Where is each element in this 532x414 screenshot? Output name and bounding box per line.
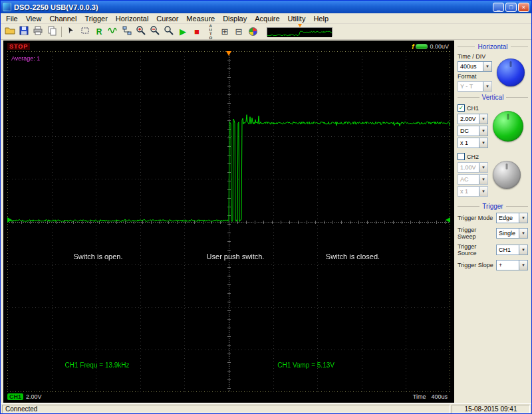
grid-button[interactable]: ⊞ [218, 25, 231, 39]
trigger-slope-select[interactable]: + ▼ [496, 260, 528, 270]
battery-icon [416, 44, 428, 49]
menu-help[interactable]: Help [309, 14, 332, 23]
timebase-badge: Time 400us [413, 393, 450, 400]
ch1-probe-select[interactable]: x 1 ▼ [458, 138, 488, 148]
zoom-in-button[interactable] [134, 25, 148, 39]
menu-trigger[interactable]: Trigger [80, 14, 111, 23]
print-icon [33, 25, 43, 38]
window-title: DSO-2250 USB(V7.0.0.3) [14, 3, 490, 11]
zoom-window-button[interactable] [162, 25, 176, 39]
grid-icon: ⊞ [221, 27, 229, 36]
select-region-button[interactable] [78, 25, 92, 39]
scope-bottom-bar: CH1 2.00V Time 400us [7, 392, 450, 401]
ch1-position-knob[interactable] [493, 111, 523, 142]
zoom-window-icon [164, 25, 174, 38]
chevron-down-icon: ▼ [479, 126, 487, 136]
chevron-down-icon: ▼ [479, 163, 487, 172]
chevron-down-icon: ▼ [519, 245, 527, 255]
stop-button[interactable]: ■ [190, 25, 203, 39]
ch2-probe-select[interactable]: x 1 ▼ [458, 186, 488, 197]
measurement-frequency: CH1 Frequ = 13.9kHz [65, 362, 130, 369]
ch2-position-knob[interactable] [493, 161, 521, 189]
ch1-volts-select[interactable]: 2.00V ▼ [458, 114, 488, 124]
maximize-button[interactable]: □ [505, 3, 517, 12]
trigger-level-readout: f 0.00uV [412, 43, 449, 51]
chevron-down-icon: ▼ [479, 138, 487, 148]
titlebar[interactable]: DSO-2250 USB(V7.0.0.3) _ □ × [1, 1, 531, 13]
trigger-sweep-select[interactable]: Single ▼ [496, 228, 528, 239]
ch2-volts-select[interactable]: 1.00V ▼ [458, 162, 488, 173]
main-area: STOP f 0.00uV Average: 1 Switch is open.… [1, 40, 531, 403]
annotation-switch-open: Switch is open. [74, 253, 123, 260]
ch2-controls: CH2 1.00V ▼ AC ▼ x 1 ▼ [458, 152, 528, 197]
cursor-button[interactable] [65, 25, 78, 39]
trigger-panel: Trigger Mode Edge ▼ Trigger Sweep Single… [458, 213, 528, 274]
time-div-select[interactable]: 400us ▼ [458, 61, 492, 72]
open-icon [5, 25, 15, 38]
time-div-label: Time / DIV [458, 53, 492, 60]
scope-display: STOP f 0.00uV Average: 1 Switch is open.… [3, 41, 454, 403]
menubar: File View Channel Trigger Horizontal Cur… [1, 13, 531, 24]
horizontal-knob[interactable] [497, 58, 525, 86]
measurement-vamp: CH1 Vamp = 5.13V [277, 362, 334, 369]
trigger-panel-title: Trigger [458, 203, 528, 210]
save-icon [19, 25, 29, 38]
run-state-badge: STOP [7, 43, 30, 50]
ch2-coupling-select[interactable]: AC ▼ [458, 174, 488, 185]
channel-badge-volts: 2.00V [26, 393, 42, 400]
refresh-icon: R [96, 27, 102, 37]
save-button[interactable] [17, 25, 31, 39]
menu-channel[interactable]: Channel [45, 14, 80, 23]
print-button[interactable] [31, 25, 45, 39]
network-icon [122, 25, 132, 38]
zoom-out-button[interactable] [148, 25, 162, 39]
network-button[interactable] [120, 25, 134, 39]
refresh-button[interactable]: R [92, 25, 106, 39]
menu-file[interactable]: File [2, 14, 22, 23]
trigger-source-select[interactable]: CH1 ▼ [496, 245, 528, 255]
menu-view[interactable]: View [22, 14, 46, 23]
trigger-mode-select[interactable]: Edge ▼ [496, 213, 528, 223]
waveform-preview[interactable] [267, 27, 332, 37]
palette-icon [249, 27, 257, 36]
toolbar-separator [61, 27, 62, 37]
voltage-readout: 0.00uV [430, 43, 449, 50]
chevron-down-icon: ▼ [519, 229, 527, 238]
run-button[interactable]: ▶ [176, 25, 190, 39]
palette-button[interactable] [246, 25, 259, 39]
auto-setup-button[interactable]: AUTO [204, 25, 217, 39]
datetime-status: 15-08-2015 09:41 [452, 405, 530, 413]
trigger-position-marker-icon[interactable] [226, 51, 231, 56]
frequency-icon: f [412, 43, 414, 51]
channel-badge-name: CH1 [7, 393, 23, 400]
menu-measure[interactable]: Measure [182, 14, 219, 23]
ch1-coupling-select[interactable]: DC ▼ [458, 126, 488, 136]
ch2-checkbox[interactable] [458, 153, 465, 160]
format-select[interactable]: Y - T ▼ [458, 81, 492, 92]
menu-horizontal[interactable]: Horizontal [112, 14, 153, 23]
menu-utility[interactable]: Utility [284, 14, 310, 23]
split-grid-button[interactable]: ⊟ [232, 25, 245, 39]
cursor-icon [66, 25, 76, 38]
vertical-panel-title: Vertical [458, 94, 528, 101]
channel-level-marker-right-icon[interactable] [446, 217, 450, 223]
copy-button[interactable] [45, 25, 59, 39]
split-grid-icon: ⊟ [235, 27, 243, 36]
close-button[interactable]: × [518, 3, 529, 12]
waveform-button[interactable] [106, 25, 120, 39]
open-button[interactable] [3, 25, 17, 39]
menu-display[interactable]: Display [219, 14, 251, 23]
chevron-down-icon: ▼ [479, 114, 487, 124]
trigger-mode-row: Trigger Mode Edge ▼ [458, 213, 528, 223]
chevron-down-icon: ▼ [483, 62, 491, 71]
menu-cursor[interactable]: Cursor [152, 14, 182, 23]
minimize-button[interactable]: _ [493, 3, 504, 12]
select-region-icon [80, 25, 90, 38]
preview-trigger-icon[interactable] [298, 24, 302, 27]
channel-level-marker-left-icon[interactable] [7, 217, 12, 223]
trigger-sweep-row: Trigger Sweep Single ▼ [458, 227, 528, 240]
average-label: Average: 1 [11, 55, 40, 62]
ch1-checkbox[interactable]: ✓ [458, 104, 465, 112]
ch2-label: CH2 [467, 154, 479, 160]
menu-acquire[interactable]: Acquire [251, 14, 283, 23]
